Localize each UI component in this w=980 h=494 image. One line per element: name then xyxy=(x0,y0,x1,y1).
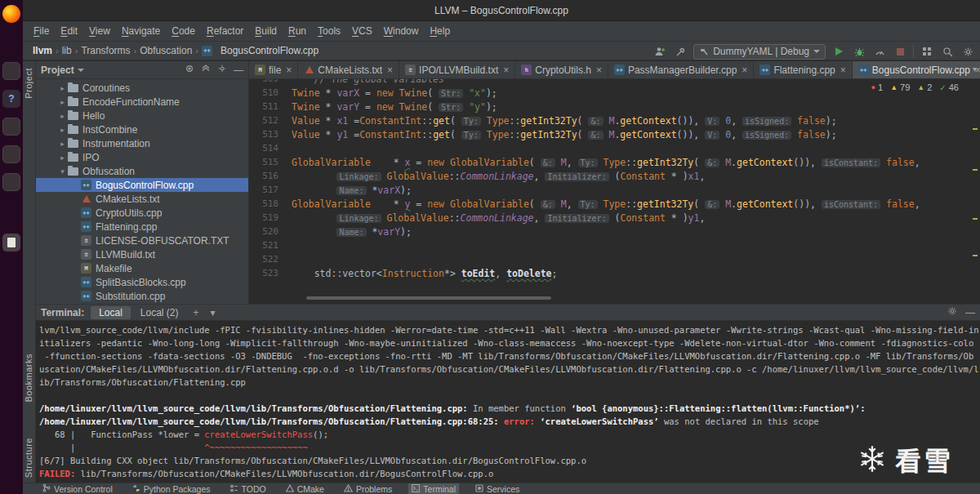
terminal-dropdown-icon[interactable]: ▾ xyxy=(206,307,220,318)
tree-item-encodefunctionname[interactable]: ▸EncodeFunctionName xyxy=(36,95,248,109)
terminal-tab-local[interactable]: Local xyxy=(91,306,131,319)
tree-item-flattening-cpp[interactable]: ++Flattening.cpp xyxy=(36,220,248,234)
tree-item-license-obfuscator-txt[interactable]: ≡LICENSE-OBFUSCATOR.TXT xyxy=(36,234,248,247)
chevron-right-icon[interactable]: ▸ xyxy=(57,84,68,92)
run-config-selector[interactable]: DummyYAML | Debug xyxy=(693,44,826,60)
statusbar-version-control[interactable]: Version Control xyxy=(39,483,116,494)
menu-vcs[interactable]: VCS xyxy=(346,23,378,39)
menu-navigate[interactable]: Navigate xyxy=(116,23,166,39)
statusbar-cmake[interactable]: CMake xyxy=(283,483,327,494)
menu-file[interactable]: File xyxy=(28,23,55,39)
debug-button[interactable] xyxy=(852,44,866,59)
files-icon[interactable] xyxy=(2,234,20,251)
menu-help[interactable]: Help xyxy=(424,23,456,39)
tree-item-boguscontrolflow-cpp[interactable]: ++BogusControlFlow.cpp xyxy=(36,178,248,192)
close-icon[interactable]: × xyxy=(503,65,509,76)
menu-refactor[interactable]: Refactor xyxy=(201,23,249,39)
error-stripe-mark[interactable] xyxy=(973,169,978,171)
toolwindow-tab-project[interactable]: Project xyxy=(24,68,33,99)
statusbar-terminal[interactable]: Terminal xyxy=(408,483,459,494)
app-icon-3[interactable] xyxy=(2,145,20,163)
firefox-icon[interactable] xyxy=(2,5,20,23)
close-icon[interactable]: × xyxy=(286,65,292,76)
statusbar-todo[interactable]: TODO xyxy=(227,483,270,494)
minimize-panel-icon[interactable]: — xyxy=(965,307,975,318)
breadcrumb-transforms[interactable]: Transforms xyxy=(81,45,130,56)
wrench-icon[interactable] xyxy=(673,44,688,59)
tree-item-splitbasicblocks-cpp[interactable]: ++SplitBasicBlocks.cpp xyxy=(36,275,248,289)
inspections-widget[interactable]: ●1 ▲79 ▲2 ✓46 xyxy=(871,82,959,92)
menu-view[interactable]: View xyxy=(83,23,116,39)
run-button[interactable] xyxy=(831,44,846,59)
breadcrumb-llvm[interactable]: llvm xyxy=(33,45,52,56)
error-stripe-mark[interactable] xyxy=(973,128,978,130)
error-stripe-mark[interactable] xyxy=(973,218,978,220)
app-icon-4[interactable] xyxy=(2,173,20,191)
layout-grid-icon[interactable] xyxy=(920,44,934,59)
tree-item-ipo[interactable]: ▸IPO xyxy=(36,150,248,164)
terminal-output[interactable]: lvm/llvm_source_code/llvm/include -fPIC … xyxy=(36,321,980,482)
project-panel-header[interactable]: Project — xyxy=(36,61,248,79)
tab-passmanagerbuilder-cpp[interactable]: ++PassManagerBuilder.cpp× xyxy=(608,61,754,78)
tree-item-coroutines[interactable]: ▸Coroutines xyxy=(36,81,248,95)
chevron-down-icon[interactable]: ▾ xyxy=(57,167,68,176)
panel-settings-icon[interactable] xyxy=(217,64,227,76)
tab-flattening-cpp[interactable]: ++Flattening.cpp× xyxy=(754,61,852,78)
code-editor[interactable]: 509 // The global variables510Twine * va… xyxy=(249,79,980,304)
tab-boguscontrolflow-cpp[interactable]: ++BogusControlFlow.cpp× xyxy=(853,61,980,78)
close-icon[interactable]: × xyxy=(387,65,393,76)
help-icon[interactable]: ? xyxy=(2,90,20,108)
menu-tools[interactable]: Tools xyxy=(312,23,346,39)
terminal-settings-icon[interactable] xyxy=(947,306,957,318)
close-icon[interactable]: × xyxy=(840,65,846,76)
breadcrumb-file[interactable]: ++BogusControlFlow.cpp xyxy=(202,45,318,56)
hide-panel-icon[interactable]: — xyxy=(234,65,243,76)
new-terminal-icon[interactable]: + xyxy=(189,307,204,318)
profiler-icon[interactable] xyxy=(872,44,887,59)
search-icon[interactable] xyxy=(940,44,955,59)
collapse-all-icon[interactable] xyxy=(201,64,211,76)
menu-run[interactable]: Run xyxy=(283,23,312,39)
tab-file[interactable]: Mfile× xyxy=(249,61,298,78)
tree-item-llvmbuild-txt[interactable]: ≡LLVMBuild.txt xyxy=(36,247,248,261)
tree-item-cryptoutils-cpp[interactable]: ++CryptoUtils.cpp xyxy=(36,206,248,220)
breadcrumb-obfuscation[interactable]: Obfuscation xyxy=(140,45,192,56)
horizontal-scrollbar[interactable] xyxy=(306,296,551,300)
terminal-tab-local-2[interactable]: Local (2) xyxy=(132,306,187,319)
error-stripe-mark[interactable] xyxy=(973,255,978,256)
settings-gear-icon[interactable] xyxy=(960,44,975,59)
statusbar-problems[interactable]: Problems xyxy=(341,483,395,494)
statusbar-python-packages[interactable]: Python Packages xyxy=(129,483,214,494)
tree-item-instrumentation[interactable]: ▸Instrumentation xyxy=(36,136,248,150)
tab-cmakelists-txt[interactable]: CMakeLists.txt× xyxy=(298,61,399,78)
close-icon[interactable]: × xyxy=(742,65,747,76)
tree-item-cmakelists-txt[interactable]: CMakeLists.txt xyxy=(36,192,248,206)
tree-item-substitution-cpp[interactable]: ++Substitution.cpp xyxy=(36,289,248,303)
tree-item-obfuscation[interactable]: ▾Obfuscation xyxy=(36,164,248,178)
menu-window[interactable]: Window xyxy=(378,23,425,39)
app-icon-2[interactable] xyxy=(2,118,20,136)
chevron-right-icon[interactable]: ▸ xyxy=(57,112,68,120)
locate-icon[interactable] xyxy=(185,64,194,76)
chevron-right-icon[interactable]: ▸ xyxy=(57,140,68,148)
menu-edit[interactable]: Edit xyxy=(55,23,83,39)
close-icon[interactable]: × xyxy=(596,65,602,76)
hidden-tabs-icon[interactable]: ▾ xyxy=(973,65,977,73)
tree-item-instcombine[interactable]: ▸InstCombine xyxy=(36,122,248,136)
toolwindow-tab-structure[interactable]: Structure xyxy=(24,438,33,478)
breadcrumb-lib[interactable]: lib xyxy=(62,45,72,56)
menu-build[interactable]: Build xyxy=(249,23,283,39)
stop-button[interactable] xyxy=(893,44,907,59)
tab-ipo-llvmbuild-txt[interactable]: ≡IPO/LLVMBuild.txt× xyxy=(399,61,515,78)
window-titlebar[interactable]: LLVM – BogusControlFlow.cpp xyxy=(23,0,980,21)
chevron-right-icon[interactable]: ▸ xyxy=(57,98,68,106)
toolwindow-tab-bookmarks[interactable]: Bookmarks xyxy=(24,354,33,403)
tab-cryptoutils-h[interactable]: hCryptoUtils.h× xyxy=(515,61,608,78)
statusbar-services[interactable]: Services xyxy=(472,483,523,494)
share-icon[interactable] xyxy=(653,44,667,59)
menu-code[interactable]: Code xyxy=(166,23,201,39)
tree-item-hello[interactable]: ▸Hello xyxy=(36,109,248,122)
chevron-right-icon[interactable]: ▸ xyxy=(57,126,68,134)
tree-item-makefile[interactable]: MMakefile xyxy=(36,261,248,275)
app-icon-1[interactable] xyxy=(2,62,20,80)
